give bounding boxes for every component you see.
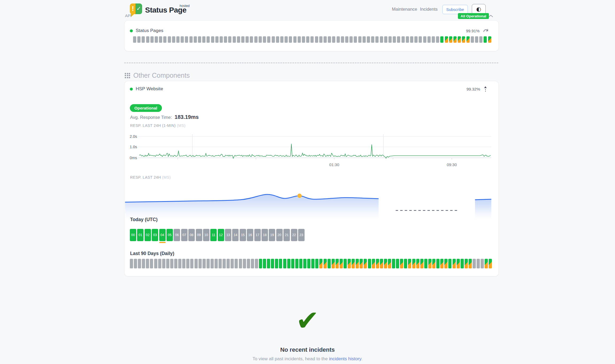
day-uptime-bar[interactable]: [465, 259, 468, 268]
uptime-bar[interactable]: [319, 36, 322, 43]
day-uptime-bar[interactable]: [178, 259, 181, 268]
uptime-bar[interactable]: [388, 36, 392, 43]
day-uptime-bar[interactable]: [259, 259, 262, 268]
uptime-bar[interactable]: [272, 36, 275, 43]
day-uptime-bar[interactable]: [388, 259, 391, 268]
day-uptime-bar[interactable]: [420, 259, 423, 268]
hour-box-09[interactable]: 09: [196, 229, 202, 241]
uptime-bar[interactable]: [423, 36, 426, 43]
uptime-bar[interactable]: [458, 36, 461, 43]
uptime-bar[interactable]: [159, 36, 162, 43]
uptime-bar[interactable]: [211, 36, 214, 43]
uptime-bar[interactable]: [241, 36, 244, 43]
hour-box-18[interactable]: 18: [262, 229, 268, 241]
uptime-bar[interactable]: [285, 36, 288, 43]
uptime-bar[interactable]: [337, 36, 340, 43]
day-uptime-bar[interactable]: [344, 259, 347, 268]
day-uptime-bar[interactable]: [332, 259, 335, 268]
uptime-bar[interactable]: [488, 36, 491, 43]
uptime-bar[interactable]: [246, 36, 249, 43]
day-uptime-bar[interactable]: [291, 259, 294, 268]
day-uptime-bar[interactable]: [315, 259, 318, 268]
uptime-bar[interactable]: [280, 36, 283, 43]
hour-box-22[interactable]: 22: [291, 229, 297, 241]
day-uptime-bar[interactable]: [255, 259, 258, 268]
hour-box-06[interactable]: 06: [174, 229, 180, 241]
uptime-bar[interactable]: [440, 36, 443, 43]
uptime-bar[interactable]: [375, 36, 379, 43]
response-line-chart[interactable]: 2.0s1.0s0ms01:3009:30: [129, 132, 492, 171]
day-uptime-bar[interactable]: [194, 259, 198, 268]
day-uptime-bar[interactable]: [440, 259, 443, 268]
day-uptime-bar[interactable]: [279, 259, 282, 268]
uptime-bar[interactable]: [324, 36, 327, 43]
day-uptime-bar[interactable]: [130, 259, 133, 268]
uptime-bar[interactable]: [302, 36, 305, 43]
uptime-bar[interactable]: [133, 36, 136, 43]
day-uptime-bar[interactable]: [473, 259, 476, 268]
hour-box-17[interactable]: 17: [254, 229, 261, 241]
day-uptime-bar[interactable]: [328, 259, 331, 268]
response-area-chart[interactable]: [124, 183, 499, 219]
hour-box-20[interactable]: 20: [276, 229, 283, 241]
uptime-bar[interactable]: [380, 36, 383, 43]
hour-box-05[interactable]: 05: [166, 229, 173, 241]
uptime-bar[interactable]: [367, 36, 370, 43]
day-uptime-bar[interactable]: [198, 259, 202, 268]
day-uptime-bar[interactable]: [424, 259, 427, 268]
nav-link-incidents[interactable]: Incidents: [420, 7, 438, 12]
day-uptime-bar[interactable]: [436, 259, 439, 268]
uptime-bar[interactable]: [220, 36, 223, 43]
day-uptime-bar[interactable]: [372, 259, 375, 268]
uptime-bar[interactable]: [384, 36, 387, 43]
hour-box-07[interactable]: 07: [181, 229, 188, 241]
uptime-bar[interactable]: [449, 36, 452, 43]
uptime-bar[interactable]: [310, 36, 314, 43]
uptime-bar[interactable]: [263, 36, 266, 43]
uptime-bar[interactable]: [155, 36, 158, 43]
day-uptime-bar[interactable]: [428, 259, 431, 268]
day-uptime-bar[interactable]: [311, 259, 314, 268]
uptime-bar[interactable]: [432, 36, 435, 43]
refresh-button[interactable]: [483, 29, 489, 33]
uptime-bar[interactable]: [267, 36, 270, 43]
uptime-bar[interactable]: [354, 36, 357, 43]
hour-box-03[interactable]: 03: [152, 229, 158, 241]
day-uptime-bar[interactable]: [457, 259, 460, 268]
uptime-bar[interactable]: [332, 36, 335, 43]
day-uptime-bar[interactable]: [485, 259, 488, 268]
day-uptime-bar[interactable]: [412, 259, 415, 268]
day-uptime-bar[interactable]: [211, 259, 214, 268]
day-uptime-bar[interactable]: [408, 259, 411, 268]
uptime-bar[interactable]: [224, 36, 227, 43]
hour-box-02[interactable]: 02: [145, 229, 151, 241]
day-uptime-bar[interactable]: [239, 259, 242, 268]
uptime-bar[interactable]: [315, 36, 318, 43]
day-uptime-bar[interactable]: [360, 259, 363, 268]
uptime-bar[interactable]: [259, 36, 262, 43]
day-uptime-bar[interactable]: [251, 259, 254, 268]
day-uptime-bar[interactable]: [481, 259, 484, 268]
day-uptime-bar[interactable]: [223, 259, 226, 268]
hour-box-08[interactable]: 08: [188, 229, 195, 241]
uptime-bar[interactable]: [462, 36, 465, 43]
uptime-bar[interactable]: [471, 36, 474, 43]
uptime-bar[interactable]: [146, 36, 149, 43]
uptime-bar[interactable]: [150, 36, 154, 43]
day-uptime-bar[interactable]: [396, 259, 399, 268]
day-uptime-bar[interactable]: [186, 259, 189, 268]
uptime-bar[interactable]: [484, 36, 487, 43]
day-uptime-bar[interactable]: [263, 259, 266, 268]
hour-box-19[interactable]: 19: [269, 229, 275, 241]
uptime-bar[interactable]: [172, 36, 175, 43]
uptime-bar[interactable]: [185, 36, 188, 43]
uptime-bar[interactable]: [137, 36, 141, 43]
day-uptime-bar[interactable]: [400, 259, 403, 268]
uptime-bar[interactable]: [198, 36, 201, 43]
uptime-bar[interactable]: [427, 36, 431, 43]
day-uptime-bar[interactable]: [380, 259, 383, 268]
day-uptime-bar[interactable]: [247, 259, 250, 268]
day-uptime-bar[interactable]: [469, 259, 472, 268]
uptime-bar[interactable]: [445, 36, 448, 43]
day-uptime-bar[interactable]: [166, 259, 169, 268]
